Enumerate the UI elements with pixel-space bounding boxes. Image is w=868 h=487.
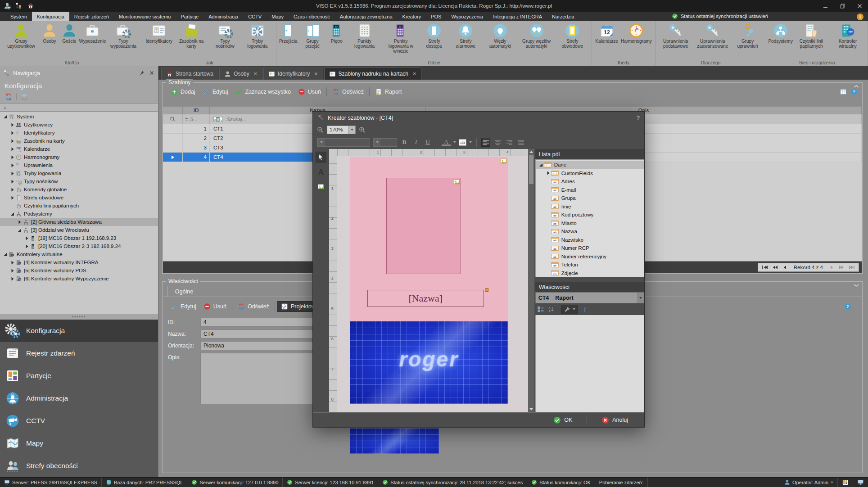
categorized-view-icon[interactable] — [537, 306, 544, 313]
ribbon-item-punkty-logowania[interactable]: Punkty logowania — [347, 22, 382, 49]
tab-ogolne[interactable]: Ogólne — [167, 286, 201, 297]
pin-icon[interactable] — [139, 70, 145, 76]
monitor-icon[interactable] — [853, 478, 868, 487]
nazwa-text-field[interactable]: [Nazwa] — [367, 290, 484, 307]
menu-item-pos[interactable]: POS — [426, 12, 446, 21]
menu-item-narzedzia[interactable]: Narzędzia — [547, 12, 579, 21]
zoom-select[interactable]: 170% — [327, 126, 356, 134]
tree-expander-icon[interactable] — [10, 123, 15, 127]
columns-icon[interactable] — [840, 88, 847, 95]
first-record-button[interactable] — [762, 265, 768, 270]
photo-placeholder[interactable] — [386, 178, 461, 274]
cell-id[interactable]: 1 — [183, 124, 210, 133]
toolbar-button-usun[interactable]: Usuń — [294, 87, 325, 97]
ribbon-item-grupy-wezlow-automatyki[interactable]: Grupy węzłów automatyki — [518, 22, 555, 49]
cell-id[interactable]: 3 — [183, 143, 210, 152]
help-icon[interactable]: ? — [844, 303, 851, 310]
settings-button[interactable] — [561, 305, 578, 314]
refresh-icon[interactable] — [5, 93, 13, 101]
org-tree-icon[interactable] — [15, 2, 23, 9]
tree-expander-icon[interactable] — [10, 277, 15, 281]
module-button-cctv[interactable]: CCTV — [0, 410, 158, 432]
home-red-icon[interactable] — [27, 2, 34, 9]
ribbon-item-grupy-uprawnien[interactable]: Grupy uprawnień — [731, 22, 764, 49]
font-family-select[interactable] — [317, 138, 370, 147]
field-item-miasto[interactable]: ab Miasto — [536, 219, 644, 228]
tree-item-tryby-logowania[interactable]: Tryby logowania — [0, 169, 158, 177]
info-icon[interactable]: i — [857, 14, 863, 20]
ribbon-item-punkty-logowania-w-windzie[interactable]: 23Punkty logowania w windzie — [382, 22, 419, 54]
toolbar-button-usun[interactable]: Usuń — [200, 302, 230, 311]
tree-item-20-mc16-obszar-2-3-192-168-9-24[interactable]: 23 [20] MC16 Obszar 2-3 192.168.9.24 — [0, 242, 158, 250]
tree-expander-icon[interactable] — [546, 171, 551, 175]
tree-item-czytniki-linii-papilarnych[interactable]: Czytniki linii papilarnych — [0, 202, 158, 210]
scroll-down-icon[interactable] — [529, 408, 533, 410]
menu-item-czas-i-obecnosc[interactable]: Czas i obecność — [289, 12, 335, 21]
close-icon[interactable] — [149, 70, 154, 76]
tree-expander-icon[interactable] — [10, 171, 15, 176]
chevron-down-icon[interactable] — [317, 139, 325, 146]
tree-item-uzytkownicy[interactable]: Użytkownicy — [0, 121, 158, 129]
ok-button[interactable]: OK — [549, 416, 577, 424]
close-icon[interactable]: ✕ — [253, 71, 258, 77]
tree-expander-icon[interactable] — [10, 155, 15, 159]
tree-item-4-kontroler-wirtualny-integra[interactable]: [4] Kontroler wirtualny INTEGRA — [0, 258, 158, 266]
text-tool-button[interactable]: A — [316, 167, 326, 177]
field-item-customfields[interactable]: CustomFields — [536, 169, 644, 178]
ribbon-item-kalendarze[interactable]: 12Kalendarze — [594, 22, 619, 44]
module-button-administracja[interactable]: Administracja — [0, 387, 158, 410]
canvas-scrollbar[interactable] — [528, 149, 534, 412]
ribbon-item-typy-wyposazenia[interactable]: Typy wyposażenia — [106, 22, 141, 49]
user-gear-icon[interactable] — [4, 2, 11, 9]
menu-item-wypozyczenia[interactable]: Wypożyczenia — [446, 12, 488, 21]
module-button-rejestr-zdarzen[interactable]: Rejestr zdarzeń — [0, 342, 158, 365]
tree-item-19-mc16-obszar-1-192-168-9-23[interactable]: 23 [19] MC16 Obszar 1 192.168.9.23 — [0, 234, 158, 242]
tab-identyfikatory[interactable]: Identyfikatory ✕ — [263, 68, 323, 80]
align-center-button[interactable] — [493, 138, 502, 147]
tree-item-zasobnik-na-karty[interactable]: Zasobnik na karty — [0, 137, 158, 145]
zoom-in-icon[interactable] — [359, 126, 366, 133]
field-item-kod-pocztowy[interactable]: ab Kod pocztowy — [536, 211, 644, 219]
close-icon[interactable]: ✕ — [412, 71, 416, 77]
tree-expander-icon[interactable] — [10, 180, 15, 184]
image-placeholder-icon[interactable] — [454, 179, 460, 184]
ribbon-item-strefy-alarmowe[interactable]: Strefy alarmowe — [449, 22, 483, 49]
tree-item-kalendarze[interactable]: 12 Kalendarze — [0, 145, 158, 153]
module-button-partycje[interactable]: Partycje — [0, 365, 158, 387]
tab-strona-startowa[interactable]: Strona startowa — [161, 68, 218, 80]
ribbon-item-wyposazenie[interactable]: Wyposażenie — [79, 22, 106, 44]
close-icon[interactable]: ✕ — [314, 71, 318, 77]
tree-item-harmonogramy[interactable]: Harmonogramy — [0, 153, 158, 161]
menu-item-system[interactable]: System — [5, 12, 32, 21]
align-left-button[interactable] — [481, 138, 490, 147]
field-item-dane[interactable]: Dane — [536, 161, 644, 169]
tree-item-komendy-globalne[interactable]: Komendy globalne — [0, 185, 158, 194]
menu-item-integracja-z-integra[interactable]: Integracja z INTEGRA — [488, 12, 547, 21]
module-button-strefy-obecnosci[interactable]: Strefy obecności — [0, 455, 158, 477]
ribbon-item-kontroler-wirtualny[interactable]: Kontroler wirtualny — [830, 22, 866, 49]
menu-item-mapy[interactable]: Mapy — [267, 12, 289, 21]
menu-item-administracja[interactable]: Administracja — [203, 12, 243, 21]
ribbon-item-podsystemy[interactable]: Podsystemy — [768, 22, 793, 44]
tree-expander-icon[interactable] — [10, 261, 15, 265]
tree-expander-icon[interactable] — [10, 131, 15, 135]
tree-expander-icon[interactable] — [24, 244, 29, 248]
align-right-button[interactable] — [505, 138, 514, 147]
ribbon-item-osoby[interactable]: Osoby — [40, 22, 59, 44]
ribbon-item-grupy-uzytkownikow[interactable]: Grupy użytkowników — [3, 22, 40, 49]
field-item-grupa[interactable]: ab Grupa — [536, 194, 644, 203]
tab-szablony-nadruku-na-kartach[interactable]: Szablony nadruku na kartach ✕ — [324, 68, 422, 80]
ribbon-item-grupy-przejsc[interactable]: Grupy przejść — [298, 22, 327, 49]
menu-item-kreatory[interactable]: Kreatory — [398, 12, 426, 21]
tree-item-2-glowna-siedziba-warszawa[interactable]: [2] Główna siedziba Warszawa — [0, 218, 158, 226]
search-icon[interactable] — [163, 114, 183, 124]
field-item-imie[interactable]: ab Imię — [536, 203, 644, 211]
tree-item-kontrolery-wirtualne[interactable]: Kontrolery wirtualne — [0, 250, 158, 258]
next-page-button[interactable] — [839, 265, 845, 270]
tree-expander-icon[interactable] — [10, 188, 15, 192]
menu-item-cctv[interactable]: CCTV — [243, 12, 267, 21]
cell-id[interactable]: 4 — [183, 153, 210, 162]
tree-expander-icon[interactable] — [17, 228, 22, 232]
align-justify-button[interactable] — [516, 138, 525, 147]
tree-expander-icon[interactable] — [3, 253, 8, 257]
